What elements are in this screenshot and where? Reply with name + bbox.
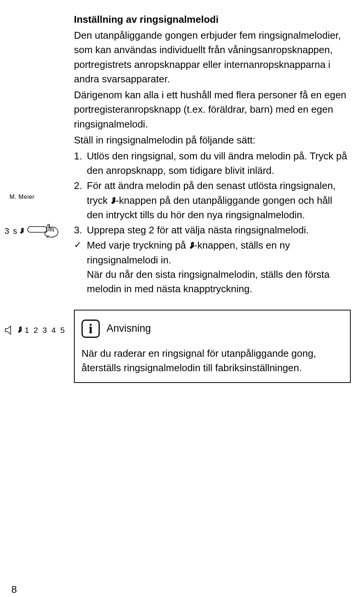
intro-paragraph: Den utanpåliggande gongen erbjuder fem r… [74,28,351,86]
result-text: Med varje tryckning på -knappen, ställs … [87,238,351,296]
result-item: ✓ Med varje tryckning på -knappen, ställ… [74,238,351,296]
page-number: 8 [11,584,17,595]
info-icon: i [82,320,100,338]
melody-select-graphic: 1 2 3 4 5 [5,325,66,335]
step-2: 2. För att ändra melodin på den senast u… [74,178,351,222]
paragraph: Ställ in ringsignalmelodin på följande s… [74,133,351,147]
note-icon [17,326,22,334]
step-text: Utlös den ringsignal, som du vill ändra … [87,149,351,178]
note-icon [19,228,24,235]
step-1: 1. Utlös den ringsignal, som du vill änd… [74,149,351,178]
text-before: Med varje tryckning på [87,239,189,251]
note-icon [110,193,116,208]
section-title: Inställning av ringsignalmelodi [74,12,351,27]
svg-rect-0 [28,227,47,232]
info-body: När du raderar en ringsignal för utanpål… [82,346,343,375]
info-title: Anvisning [107,321,151,338]
check-icon: ✓ [74,238,87,296]
paragraph: Därigenom kan alla i ett hushåll med fle… [74,88,351,131]
info-box: i Anvisning När du raderar en ringsignal… [74,310,351,383]
melody-numbers: 1 2 3 4 5 [25,326,66,335]
press-3s-graphic: 3 s [5,223,60,239]
note-icon [189,238,194,252]
button-press-icon [27,223,60,239]
step-number: 3. [74,223,87,237]
sidebar: M. Meier 3 s 1 2 3 4 5 [0,12,74,383]
text-line2: När du når den sista ringsignalmelodin, … [87,269,329,295]
speaker-icon [5,325,14,335]
main-content: Inställning av ringsignalmelodi Den utan… [74,12,351,383]
caller-name-label: M. Meier [9,194,35,200]
step-text: Upprepa steg 2 för att välja nästa rings… [87,223,351,237]
step-number: 2. [74,178,87,222]
step-text: För att ändra melodin på den senast utlö… [87,178,351,222]
text-after: -knappen på den utan­påliggande gongen o… [87,195,332,221]
step-number: 1. [74,149,87,178]
duration-label: 3 s [5,226,18,236]
step-3: 3. Upprepa steg 2 för att välja nästa ri… [74,223,351,237]
